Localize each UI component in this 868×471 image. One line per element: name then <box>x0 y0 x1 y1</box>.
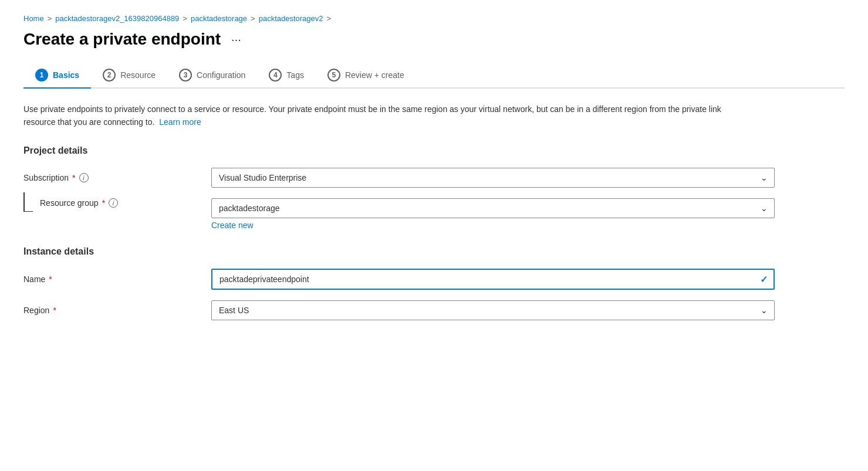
tab-tags[interactable]: 4 Tags <box>257 63 316 89</box>
breadcrumb-storage-v2[interactable]: packtadestoragev2_1639820964889 <box>55 14 179 23</box>
ellipsis-button[interactable]: ··· <box>228 32 245 48</box>
subscription-required: * <box>72 173 75 182</box>
tab-resource-number: 2 <box>103 69 116 82</box>
breadcrumb: Home > packtadestoragev2_1639820964889 >… <box>23 14 845 23</box>
resource-group-label-col: Resource group * i <box>23 198 211 208</box>
region-label-col: Region * <box>23 306 211 315</box>
tab-configuration[interactable]: 3 Configuration <box>167 63 257 89</box>
name-input[interactable] <box>211 269 775 290</box>
breadcrumb-sep-1: > <box>48 14 52 23</box>
name-label-col: Name * <box>23 275 211 284</box>
resource-group-select[interactable]: packtadestorage <box>211 198 775 218</box>
name-label: Name <box>23 275 45 284</box>
region-required: * <box>53 306 56 315</box>
instance-details-section: Instance details Name * ✓ Region * East … <box>23 246 845 320</box>
name-row: Name * ✓ <box>23 269 845 290</box>
page-title-row: Create a private endpoint ··· <box>23 30 845 49</box>
breadcrumb-storage[interactable]: packtadestorage <box>191 14 247 23</box>
tab-resource[interactable]: 2 Resource <box>91 63 167 89</box>
breadcrumb-storage-v2-2[interactable]: packtadestoragev2 <box>259 14 323 23</box>
subscription-label-col: Subscription * i <box>23 173 211 182</box>
name-check-icon: ✓ <box>760 273 768 284</box>
breadcrumb-sep-2: > <box>183 14 187 23</box>
breadcrumb-sep-3: > <box>251 14 255 23</box>
project-details-title: Project details <box>23 145 845 156</box>
subscription-row: Subscription * i Visual Studio Enterpris… <box>23 168 845 188</box>
name-input-wrapper: ✓ <box>211 269 775 290</box>
resource-group-control: packtadestorage ⌄ Create new <box>211 198 775 230</box>
region-control: East US ⌄ <box>211 300 775 320</box>
region-select-wrapper: East US ⌄ <box>211 300 775 320</box>
region-row: Region * East US ⌄ <box>23 300 845 320</box>
resource-group-info-icon[interactable]: i <box>109 198 118 208</box>
learn-more-link[interactable]: Learn more <box>159 117 201 127</box>
tab-review-number: 5 <box>327 69 340 82</box>
region-label: Region <box>23 306 49 315</box>
tab-bar: 1 Basics 2 Resource 3 Configuration 4 Ta… <box>23 63 845 89</box>
subscription-control: Visual Studio Enterprise ⌄ <box>211 168 775 188</box>
subscription-select[interactable]: Visual Studio Enterprise <box>211 168 775 188</box>
tab-basics-label: Basics <box>53 70 79 80</box>
region-select[interactable]: East US <box>211 300 775 320</box>
tab-resource-label: Resource <box>120 70 156 80</box>
page-title: Create a private endpoint <box>23 30 221 49</box>
resource-group-required: * <box>102 198 105 208</box>
subscription-select-wrapper: Visual Studio Enterprise ⌄ <box>211 168 775 188</box>
tab-basics-number: 1 <box>35 69 48 82</box>
resource-group-label: Resource group <box>40 198 99 208</box>
project-details-section: Project details Subscription * i Visual … <box>23 145 845 230</box>
rg-vertical-line <box>23 192 25 211</box>
subscription-info-icon[interactable]: i <box>79 173 89 182</box>
create-new-link[interactable]: Create new <box>211 221 254 230</box>
tab-tags-number: 4 <box>269 69 282 82</box>
subscription-label: Subscription <box>23 173 69 182</box>
tab-tags-label: Tags <box>286 70 304 80</box>
tab-review-create[interactable]: 5 Review + create <box>316 63 416 89</box>
resource-group-select-wrapper: packtadestorage ⌄ <box>211 198 775 218</box>
description-text: Use private endpoints to privately conne… <box>23 103 728 129</box>
breadcrumb-home[interactable]: Home <box>23 14 44 23</box>
name-required: * <box>49 275 52 284</box>
tab-basics[interactable]: 1 Basics <box>23 63 91 89</box>
tab-configuration-label: Configuration <box>197 70 245 80</box>
rg-horizontal-line <box>23 211 33 212</box>
tab-configuration-number: 3 <box>179 69 192 82</box>
instance-details-title: Instance details <box>23 246 845 257</box>
tab-review-label: Review + create <box>345 70 404 80</box>
resource-group-row: Resource group * i packtadestorage ⌄ Cre… <box>23 198 845 230</box>
breadcrumb-sep-4: > <box>327 14 332 23</box>
name-control: ✓ <box>211 269 775 290</box>
